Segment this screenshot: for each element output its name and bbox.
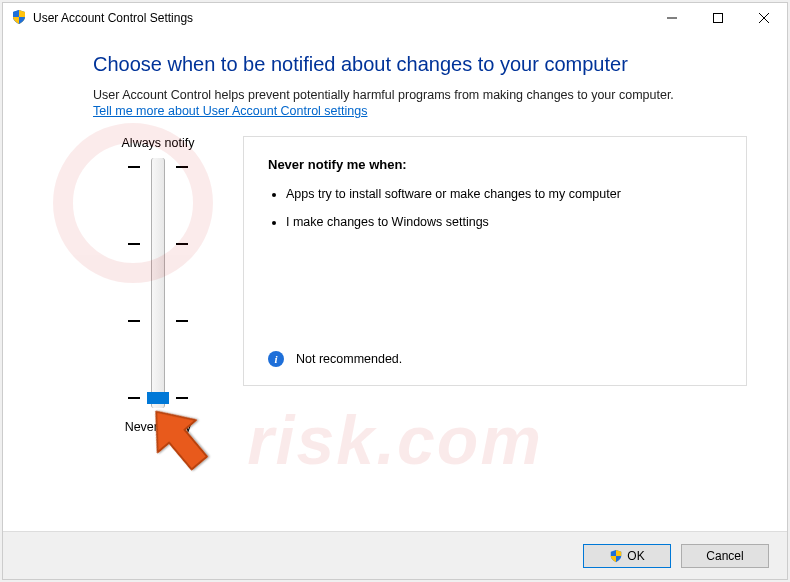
page-heading: Choose when to be notified about changes…: [93, 53, 747, 76]
description-title: Never notify me when:: [268, 157, 722, 172]
slider-top-label: Always notify: [93, 136, 223, 150]
slider-tick: [128, 320, 188, 322]
content-area: Choose when to be notified about changes…: [3, 33, 787, 531]
ok-label: OK: [627, 549, 644, 563]
shield-icon: [609, 549, 623, 563]
info-icon: i: [268, 351, 284, 367]
slider-tick: [128, 243, 188, 245]
minimize-button[interactable]: [649, 3, 695, 33]
slider-tick: [128, 166, 188, 168]
window-title: User Account Control Settings: [33, 11, 649, 25]
svg-rect-1: [714, 14, 723, 23]
dialog-footer: OK Cancel: [3, 531, 787, 579]
status-row: i Not recommended.: [268, 351, 402, 367]
slider-bottom-label: Never notify: [93, 420, 223, 434]
close-button[interactable]: [741, 3, 787, 33]
settings-body: Always notify Never notify Never notify …: [93, 136, 747, 434]
cancel-button[interactable]: Cancel: [681, 544, 769, 568]
help-link[interactable]: Tell me more about User Account Control …: [93, 104, 367, 118]
cancel-label: Cancel: [706, 549, 743, 563]
description-panel: Never notify me when: Apps try to instal…: [243, 136, 747, 386]
description-bullet: I make changes to Windows settings: [286, 214, 722, 232]
notification-slider[interactable]: [93, 158, 223, 408]
ok-button[interactable]: OK: [583, 544, 671, 568]
maximize-button[interactable]: [695, 3, 741, 33]
shield-icon: [11, 9, 27, 28]
status-text: Not recommended.: [296, 352, 402, 366]
window-controls: [649, 3, 787, 33]
uac-settings-window: User Account Control Settings Choose whe…: [2, 2, 788, 580]
titlebar: User Account Control Settings: [3, 3, 787, 33]
slider-thumb[interactable]: [147, 392, 169, 404]
page-subtext: User Account Control helps prevent poten…: [93, 88, 747, 102]
slider-column: Always notify Never notify: [93, 136, 223, 434]
description-bullet: Apps try to install software or make cha…: [286, 186, 722, 204]
slider-track: [151, 158, 165, 408]
description-list: Apps try to install software or make cha…: [286, 186, 722, 231]
